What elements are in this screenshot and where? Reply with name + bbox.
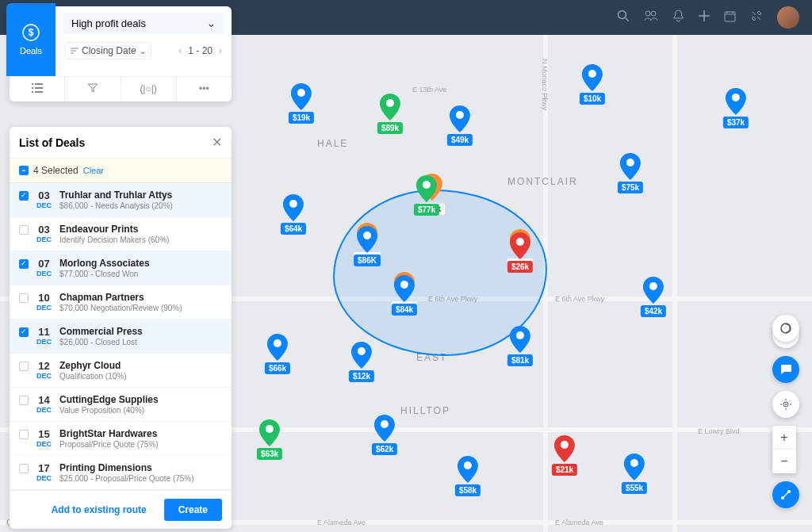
- map-pin[interactable]: $77k: [414, 175, 439, 216]
- chevron-down-icon: ⌄: [140, 47, 146, 55]
- group-icon[interactable]: [644, 10, 658, 25]
- map-pin[interactable]: $55k: [622, 454, 647, 494]
- add-to-route-button[interactable]: Add to existing route: [42, 499, 156, 521]
- checkbox[interactable]: [19, 191, 29, 201]
- deal-name: Morlong Associates: [59, 258, 222, 269]
- map-pin[interactable]: $49k: [447, 105, 473, 146]
- checkbox[interactable]: [19, 396, 29, 405]
- svg-rect-3: [725, 12, 735, 21]
- master-checkbox[interactable]: [19, 166, 29, 175]
- deal-row[interactable]: 11 DEC Commercial Press $26,000 - Closed…: [10, 320, 232, 354]
- deal-row[interactable]: 03 DEC Truhlar and Truhlar Attys $86,000…: [10, 183, 232, 217]
- map-pin[interactable]: $37k: [723, 88, 749, 128]
- map-pin[interactable]: $64k: [281, 194, 306, 235]
- svg-text:$: $: [29, 27, 34, 38]
- checkbox[interactable]: [19, 225, 29, 235]
- avatar[interactable]: [777, 6, 799, 29]
- deals-tile[interactable]: $ Deals: [6, 3, 56, 76]
- deal-row[interactable]: 03 DEC Endeavour Prints Identify Decisio…: [10, 217, 232, 251]
- map-pin[interactable]: $66k: [265, 334, 290, 374]
- filter-icon[interactable]: [65, 77, 121, 101]
- checkbox[interactable]: [19, 293, 29, 303]
- map-pin[interactable]: $86K: [354, 226, 381, 266]
- map-pin[interactable]: $42k: [641, 277, 666, 317]
- map-pin[interactable]: $58k: [455, 456, 481, 496]
- road-label: E 13th Ave: [412, 86, 446, 94]
- deal-sub: $70,000 Negotiation/Review (90%): [59, 304, 222, 312]
- pin-value: $86K: [354, 255, 381, 266]
- map-pin[interactable]: $89k: [377, 94, 403, 134]
- create-button[interactable]: Create: [164, 499, 222, 521]
- svg-point-21: [358, 347, 366, 355]
- deal-sub: Value Proposition (40%): [59, 406, 222, 415]
- deal-row[interactable]: 15 DEC BrightStar Hardwares Proposal/Pri…: [10, 422, 232, 456]
- pin-value: $75k: [618, 182, 643, 193]
- map-pin[interactable]: $10k: [580, 64, 605, 105]
- svg-point-12: [423, 181, 431, 189]
- more-icon[interactable]: •••: [177, 77, 232, 101]
- map-pin[interactable]: $81k: [508, 326, 533, 366]
- locate-icon[interactable]: [772, 391, 799, 418]
- deal-sub: $26,000 - Closed Lost: [59, 338, 222, 346]
- deal-row[interactable]: 14 DEC CuttingEdge Supplies Value Propos…: [10, 388, 232, 422]
- map-pin[interactable]: $12k: [349, 342, 374, 382]
- page-next[interactable]: ›: [219, 45, 222, 56]
- close-icon[interactable]: ✕: [212, 135, 222, 150]
- deal-row[interactable]: 17 DEC Printing Dimensions $25,000 - Pro…: [10, 456, 232, 490]
- svg-point-10: [289, 200, 297, 208]
- list-view-icon[interactable]: [10, 77, 65, 101]
- svg-point-27: [630, 459, 638, 467]
- checkbox[interactable]: [19, 362, 29, 371]
- zoom-out[interactable]: −: [772, 450, 796, 473]
- filter-panel: $ Deals High profit deals ⌄ Closing Date…: [10, 6, 232, 101]
- deal-row[interactable]: 07 DEC Morlong Associates $77,000 - Clos…: [10, 251, 232, 285]
- map-pin[interactable]: $84k: [392, 275, 417, 316]
- plus-icon[interactable]: [699, 10, 710, 25]
- map-controls-upper: [772, 315, 799, 350]
- layers-icon[interactable]: [772, 315, 799, 342]
- deal-sub: Qualification (10%): [59, 372, 222, 381]
- sort-selector[interactable]: Closing Date ⌄: [65, 42, 151, 59]
- svg-point-14: [363, 232, 371, 239]
- page-range: 1 - 20: [188, 45, 213, 56]
- svg-point-9: [626, 159, 634, 166]
- kanban-icon[interactable]: (|○|): [121, 77, 177, 101]
- deal-date: 03 DEC: [36, 224, 52, 243]
- deals-tile-label: Deals: [20, 46, 42, 55]
- page-prev[interactable]: ‹: [178, 45, 182, 56]
- pin-value: $55k: [622, 482, 647, 494]
- view-selector[interactable]: High profit deals ⌄: [63, 13, 224, 34]
- checkbox[interactable]: [19, 259, 29, 269]
- deal-row[interactable]: 10 DEC Chapman Partners $70,000 Negotiat…: [10, 285, 232, 320]
- pin-value: $10k: [580, 93, 605, 105]
- bell-icon[interactable]: [672, 10, 684, 25]
- deal-row[interactable]: 12 DEC Zephyr Cloud Qualification (10%): [10, 354, 232, 388]
- checkbox[interactable]: [19, 327, 29, 337]
- map-pin[interactable]: $63k: [257, 419, 282, 460]
- deal-date: 14 DEC: [36, 394, 52, 414]
- deal-name: CuttingEdge Supplies: [59, 394, 222, 405]
- map-pin[interactable]: $62k: [372, 415, 397, 455]
- svg-point-2: [651, 11, 656, 16]
- pin-value: $89k: [377, 122, 403, 134]
- tools-icon[interactable]: [750, 10, 763, 25]
- map-pin[interactable]: $26k: [508, 232, 533, 273]
- deal-sub: Proposal/Price Quote (75%): [59, 440, 222, 449]
- map-pin[interactable]: $19k: [289, 83, 314, 124]
- chat-icon[interactable]: [772, 356, 799, 383]
- pin-value: $58k: [455, 484, 481, 496]
- zoom-in[interactable]: +: [772, 426, 796, 450]
- map-pin[interactable]: $21k: [552, 435, 577, 476]
- clear-link[interactable]: Clear: [83, 166, 104, 175]
- checkbox[interactable]: [19, 430, 29, 439]
- checkbox[interactable]: [19, 464, 29, 473]
- search-icon[interactable]: [617, 10, 630, 25]
- calendar-icon[interactable]: [724, 10, 736, 25]
- deal-name: Commercial Press: [59, 326, 222, 337]
- deal-date: 03 DEC: [36, 189, 52, 209]
- pin-value: $42k: [641, 305, 666, 317]
- route-icon[interactable]: [772, 481, 799, 508]
- map-pin[interactable]: $75k: [618, 153, 643, 193]
- deal-name: BrightStar Hardwares: [59, 428, 222, 439]
- pin-value: $84k: [392, 304, 417, 316]
